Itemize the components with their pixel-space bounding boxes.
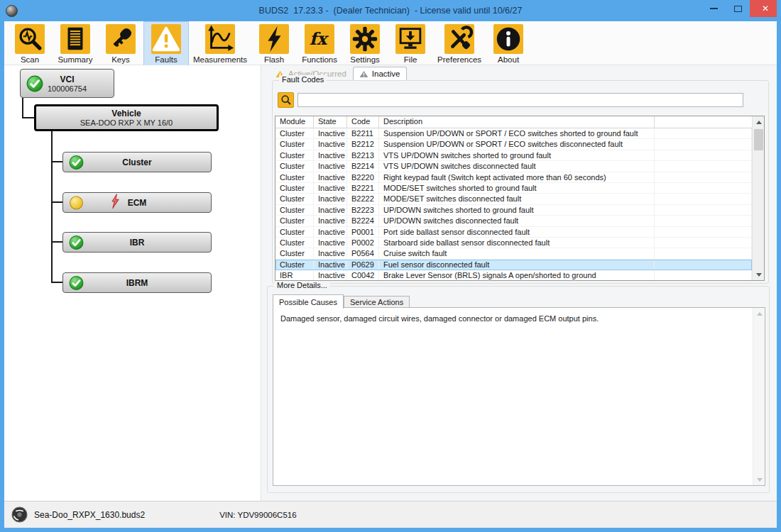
scroll-down-icon[interactable] bbox=[753, 474, 765, 485]
fault-cell bbox=[655, 183, 752, 194]
tree-node-ibrm[interactable]: IBRM bbox=[62, 272, 212, 293]
group-title: Fault Codes bbox=[279, 75, 327, 84]
fault-row[interactable]: ClusterInactiveB2220Right keypad fault (… bbox=[275, 172, 752, 183]
tab-inactive[interactable]: Inactive bbox=[353, 67, 408, 81]
column-header[interactable]: State bbox=[314, 116, 347, 128]
fault-cell bbox=[655, 227, 752, 238]
toolbar-label: Summary bbox=[58, 55, 92, 64]
toolbar-scan-button[interactable]: Scan bbox=[7, 21, 53, 66]
tree-node-ecm[interactable]: ECM bbox=[62, 192, 212, 213]
tab-label: Inactive bbox=[372, 70, 400, 78]
tab-possible-causes[interactable]: Possible Causes bbox=[273, 294, 344, 309]
scroll-down-icon[interactable] bbox=[753, 269, 765, 280]
details-content: Damaged sensor, damaged circuit wires, d… bbox=[273, 307, 765, 486]
brp-logo-icon bbox=[11, 506, 28, 523]
fault-row[interactable]: ClusterInactiveP0002Starboard side balla… bbox=[275, 238, 752, 248]
fault-row[interactable]: ClusterInactiveP0629Fuel sensor disconne… bbox=[275, 260, 752, 270]
fault-row[interactable]: ClusterInactiveP0564Cruise switch fault bbox=[275, 248, 752, 259]
search-button[interactable] bbox=[278, 92, 294, 108]
app-window: BUDS2 17.23.3 - (Dealer Technician) - Li… bbox=[0, 0, 781, 532]
fault-cell: P0002 bbox=[347, 238, 379, 248]
fault-table-header: Module State Code Description bbox=[275, 116, 764, 128]
fault-bolt-icon bbox=[110, 193, 121, 212]
fault-row[interactable]: ClusterInactiveB2223UP/DOWN switches sho… bbox=[275, 205, 752, 216]
fault-cell: C0042 bbox=[347, 270, 379, 280]
toolbar-summary-button[interactable]: Summary bbox=[53, 21, 98, 66]
fault-cell: Inactive bbox=[314, 172, 347, 183]
fault-row[interactable]: ClusterInactiveB2214VTS UP/DOWN switches… bbox=[275, 161, 752, 172]
toolbar-measurements-button[interactable]: Measurements bbox=[189, 21, 251, 66]
fault-cell: Cluster bbox=[275, 205, 314, 216]
tree-connector bbox=[22, 98, 23, 118]
tree-connector bbox=[51, 201, 62, 203]
vehicle-tree-panel: VCI100006754 VehicleSEA-DOO RXP X MY 16/… bbox=[4, 65, 261, 501]
minimize-button[interactable] bbox=[701, 0, 726, 17]
fault-cell bbox=[655, 270, 752, 280]
fault-cell: Port side ballast sensor disconnected fa… bbox=[379, 227, 655, 238]
fault-cell: Inactive bbox=[314, 227, 347, 238]
toolbar-faults-button[interactable]: Faults bbox=[143, 21, 189, 66]
fault-table-scrollbar[interactable] bbox=[752, 116, 764, 280]
toolbar-functions-button[interactable]: fx Functions bbox=[297, 21, 342, 66]
column-header[interactable]: Module bbox=[275, 116, 314, 128]
details-scrollbar[interactable] bbox=[753, 308, 765, 485]
node-title: Cluster bbox=[63, 157, 211, 167]
toolbar-about-button[interactable]: About bbox=[486, 21, 531, 66]
toolbar-preferences-button[interactable]: Preferences bbox=[433, 21, 486, 66]
fault-row[interactable]: ClusterInactiveP0001Port side ballast se… bbox=[275, 227, 752, 238]
toolbar-flash-button[interactable]: Flash bbox=[251, 21, 297, 66]
toolbar-settings-button[interactable]: Settings bbox=[342, 21, 388, 66]
fault-cell: Cluster bbox=[275, 128, 314, 139]
fault-cell bbox=[655, 161, 752, 172]
fault-cell: B2212 bbox=[347, 139, 379, 150]
fault-row[interactable]: ClusterInactiveB2212Suspension UP/DOWN o… bbox=[275, 139, 752, 150]
window-title: BUDS2 17.23.3 - (Dealer Technician) - Li… bbox=[0, 6, 781, 16]
tree-connector bbox=[51, 241, 62, 243]
fault-cell: Inactive bbox=[314, 238, 347, 248]
faults-panel: Active/Occurred Inactive Fault Codes Mod… bbox=[261, 65, 777, 501]
fault-cell: Inactive bbox=[314, 183, 347, 194]
column-header[interactable]: Description bbox=[379, 116, 655, 128]
toolbar-label: Settings bbox=[350, 55, 380, 64]
toolbar-keys-button[interactable]: Keys bbox=[98, 21, 143, 66]
fault-cell bbox=[655, 172, 752, 183]
tree-node-vehicle[interactable]: VehicleSEA-DOO RXP X MY 16/0 bbox=[34, 104, 219, 131]
scroll-up-icon[interactable] bbox=[753, 116, 765, 128]
toolbar-label: Faults bbox=[155, 55, 177, 64]
close-button[interactable]: ✕ bbox=[750, 0, 781, 17]
fault-cell: VTS UP/DOWN switches shorted to ground f… bbox=[379, 150, 655, 161]
toolbar: Scan Summary Keys Faults Measurements bbox=[4, 21, 777, 65]
group-title: More Details... bbox=[274, 281, 330, 289]
fault-cell bbox=[655, 128, 752, 139]
tree-node-ibr[interactable]: IBR bbox=[62, 232, 212, 253]
fault-row[interactable]: ClusterInactiveB2213VTS UP/DOWN switches… bbox=[275, 150, 752, 161]
maximize-button[interactable] bbox=[726, 0, 750, 17]
functions-icon: fx bbox=[305, 24, 334, 54]
fault-cell bbox=[655, 238, 752, 248]
column-header[interactable]: Code bbox=[347, 116, 379, 128]
fault-row[interactable]: ClusterInactiveB2224UP/DOWN switches dis… bbox=[275, 216, 752, 226]
fault-row[interactable]: ClusterInactiveB2221MODE/SET switches sh… bbox=[275, 183, 752, 194]
fault-row[interactable]: ClusterInactiveB2222MODE/SET switches di… bbox=[275, 194, 752, 204]
fault-cell: Suspension UP/DOWN or SPORT / ECO switch… bbox=[379, 128, 655, 139]
preferences-icon bbox=[444, 24, 474, 54]
tree-connector bbox=[51, 131, 53, 283]
fault-cell: Cluster bbox=[275, 150, 314, 161]
fault-row[interactable]: ClusterInactiveB2211Suspension UP/DOWN o… bbox=[275, 128, 752, 139]
fault-cell: Cluster bbox=[275, 183, 314, 194]
scroll-thumb[interactable] bbox=[754, 129, 763, 150]
loaded-file-name: Sea-Doo_RXPX_1630.buds2 bbox=[34, 510, 145, 520]
fault-cell: Cruise switch fault bbox=[379, 248, 655, 259]
toolbar-file-button[interactable]: File bbox=[388, 21, 433, 66]
tree-connector bbox=[51, 161, 62, 162]
fault-cell bbox=[655, 248, 752, 259]
fault-search-input[interactable] bbox=[297, 93, 743, 107]
fault-cell: Inactive bbox=[314, 248, 347, 259]
fault-cell bbox=[655, 139, 752, 150]
scroll-up-icon[interactable] bbox=[753, 308, 765, 319]
fault-cell: P0629 bbox=[347, 260, 379, 270]
fault-cell: Inactive bbox=[314, 194, 347, 204]
tree-node-vci[interactable]: VCI100006754 bbox=[20, 69, 114, 98]
fault-row[interactable]: IBRInactiveC0042Brake Lever Sensor (BRLS… bbox=[275, 270, 752, 280]
tree-node-cluster[interactable]: Cluster bbox=[62, 152, 212, 172]
